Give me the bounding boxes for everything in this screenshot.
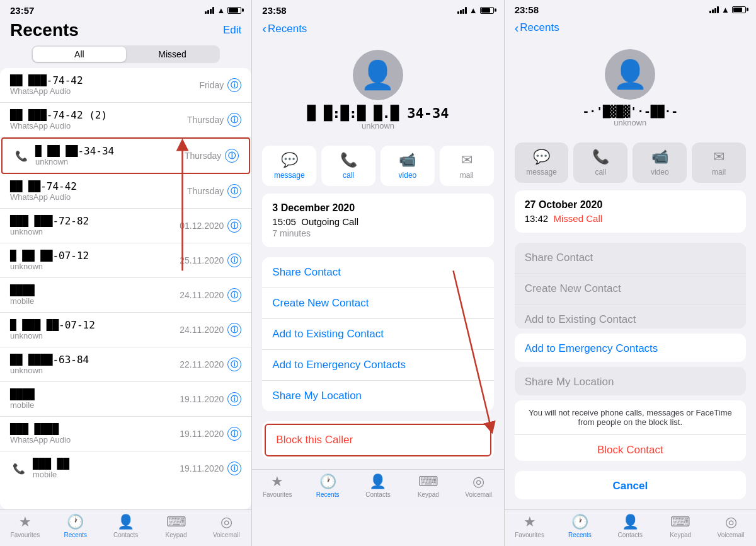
add-emergency-2[interactable]: Add to Emergency Contacts [262, 350, 493, 381]
recent-item-6[interactable]: █ ██ ██-07-12 unknown 25.11.2020 ⓘ [0, 243, 251, 278]
keypad-icon-3: ⌨ [670, 514, 690, 530]
tab-voicemail-2[interactable]: ◎ Voicemail [454, 473, 504, 498]
recent-item-11[interactable]: ███ ████ WhatsApp Audio 19.11.2020 ⓘ [0, 417, 251, 451]
message-icon-2: 💬 [281, 152, 298, 168]
info-icon-7[interactable]: ⓘ [227, 288, 241, 302]
tab-favourites-2[interactable]: ★ Favourites [252, 473, 302, 498]
add-emergency-3[interactable]: Add to Emergency Contacts [515, 334, 746, 362]
star-icon-2: ★ [271, 473, 284, 490]
avatar-person-icon-2: 👤 [360, 59, 395, 91]
recent-item-7[interactable]: ████ mobile 24.11.2020 ⓘ [0, 278, 251, 313]
tab-contacts-1[interactable]: 👤 Contacts [101, 514, 151, 538]
tab-keypad-1[interactable]: ⌨ Keypad [151, 514, 202, 538]
recent-number-10: ████ [10, 388, 180, 400]
tab-recents-2[interactable]: 🕐 Recents [302, 473, 353, 498]
battery-icon-2 [480, 7, 494, 14]
call-time-val-3: 13:42 [525, 213, 549, 224]
recent-item-9[interactable]: ██ ████-63-84 unknown 22.11.2020 ⓘ [0, 347, 251, 382]
block-contact-button-3[interactable]: Block Contact [515, 434, 746, 461]
message-label-3: message [526, 168, 557, 177]
recent-item-4[interactable]: ██ ██-74-42 WhatsApp Audio Thursday ⓘ [0, 174, 251, 209]
cancel-button-3[interactable]: Cancel [515, 471, 746, 499]
recent-date-4: Thursday [187, 186, 224, 196]
info-icon-5[interactable]: ⓘ [227, 219, 241, 233]
tab-contacts-2[interactable]: 👤 Contacts [353, 473, 403, 498]
recent-item-2[interactable]: ██ ███-74-42 (2) WhatsApp Audio Thursday… [0, 103, 251, 137]
tab-contacts-3[interactable]: 👤 Contacts [605, 514, 655, 538]
tab-favourites-3[interactable]: ★ Favourites [505, 514, 555, 538]
recent-number-2: ██ ███-74-42 (2) [10, 109, 187, 121]
recent-item-12[interactable]: 📞 ███ ██ mobile 19.11.2020 ⓘ [0, 451, 251, 485]
call-button-3[interactable]: 📞 call [573, 142, 627, 183]
info-icon-2[interactable]: ⓘ [227, 113, 241, 127]
share-location-3[interactable]: Share My Location [515, 367, 746, 395]
status-icons-2: ▲ [457, 6, 494, 15]
recent-date-6: 25.11.2020 [180, 255, 224, 265]
status-bar-2: 23:58 ▲ [252, 0, 503, 18]
tab-keypad-3[interactable]: ⌨ Keypad [655, 514, 706, 538]
video-button-2[interactable]: 📹 video [381, 146, 435, 186]
call-button-2[interactable]: 📞 call [321, 146, 375, 186]
info-icon-4[interactable]: ⓘ [227, 184, 241, 198]
nav-back-2: ‹ Recents [252, 18, 503, 40]
recent-item-1[interactable]: ██ ███-74-42 WhatsApp Audio Friday ⓘ [0, 68, 251, 103]
create-new-contact-2[interactable]: Create New Contact [262, 288, 493, 319]
person-icon-1: 👤 [117, 514, 134, 530]
recent-item-3[interactable]: 📞 █ ██ ██-34-34 unknown Thursday ⓘ [1, 137, 250, 174]
block-section-2: Block this Caller [262, 421, 493, 459]
info-icon-1[interactable]: ⓘ [227, 78, 241, 92]
tab-voicemail-1[interactable]: ◎ Voicemail [201, 514, 251, 538]
recent-label-12: mobile [33, 470, 180, 479]
add-existing-contact-2[interactable]: Add to Existing Contact [262, 319, 493, 350]
tab-label-rec-1: Recents [64, 531, 87, 538]
tab-recents-1[interactable]: 🕐 Recents [50, 514, 101, 538]
share-contact-2[interactable]: Share Contact [262, 257, 493, 288]
message-label-2: message [274, 171, 305, 180]
create-new-contact-3[interactable]: Create New Contact [515, 274, 746, 305]
status-time-3: 23:58 [515, 4, 539, 15]
recent-item-8[interactable]: █ ███ ██-07-12 unknown 24.11.2020 ⓘ [0, 313, 251, 347]
add-existing-contact-3[interactable]: Add to Existing Contact [515, 305, 746, 328]
tab-recents-3[interactable]: 🕐 Recents [555, 514, 605, 538]
nav-back-3: ‹ Recents [505, 17, 756, 39]
share-contact-3[interactable]: Share Contact [515, 243, 746, 274]
info-icon-9[interactable]: ⓘ [227, 357, 241, 371]
clock-icon-2: 🕐 [319, 473, 336, 490]
recent-label-10: mobile [10, 400, 180, 410]
back-button-2[interactable]: ‹ Recents [262, 21, 307, 36]
recent-item-10[interactable]: ████ mobile 19.11.2020 ⓘ [0, 382, 251, 417]
tab-keypad-2[interactable]: ⌨ Keypad [403, 473, 454, 498]
video-button-3[interactable]: 📹 video [633, 142, 687, 183]
segment-control: All Missed [32, 45, 220, 63]
info-icon-3[interactable]: ⓘ [225, 149, 239, 163]
seg-all[interactable]: All [33, 47, 126, 62]
mail-icon-2: ✉ [461, 152, 472, 168]
action-buttons-3: 💬 message 📞 call 📹 video ✉ mail [505, 135, 756, 190]
panel-block-confirm: 23:58 ▲ ‹ Recents 👤 -·'█▓█▓'·-██·- unkno… [504, 0, 756, 546]
recents-title: Recents [10, 20, 79, 40]
status-time-1: 23:57 [10, 5, 34, 16]
info-icon-11[interactable]: ⓘ [227, 427, 241, 441]
call-date-3: 27 October 2020 [525, 199, 736, 211]
mail-button-3[interactable]: ✉ mail [692, 142, 746, 183]
recent-label-1: WhatsApp Audio [10, 86, 199, 96]
recent-item-5[interactable]: ███ ███-72-82 unknown 01.12.2020 ⓘ [0, 209, 251, 243]
chevron-left-icon-3: ‹ [515, 21, 519, 35]
recent-label-6: unknown [10, 262, 180, 271]
tab-voicemail-3[interactable]: ◎ Voicemail [706, 514, 756, 538]
edit-button[interactable]: Edit [223, 24, 241, 37]
star-icon-3: ★ [524, 514, 536, 530]
info-icon-10[interactable]: ⓘ [227, 392, 241, 406]
recent-number-4: ██ ██-74-42 [10, 180, 187, 192]
seg-missed[interactable]: Missed [126, 47, 219, 62]
share-location-2[interactable]: Share My Location [262, 381, 493, 411]
message-button-2[interactable]: 💬 message [262, 146, 316, 186]
info-icon-6[interactable]: ⓘ [227, 253, 241, 267]
info-icon-8[interactable]: ⓘ [227, 323, 241, 337]
info-icon-12[interactable]: ⓘ [227, 462, 241, 475]
back-button-3[interactable]: ‹ Recents [515, 21, 559, 35]
message-button-3[interactable]: 💬 message [515, 142, 569, 183]
mail-button-2[interactable]: ✉ mail [440, 146, 494, 186]
block-caller-button-2[interactable]: Block this Caller [265, 424, 491, 456]
tab-favourites-1[interactable]: ★ Favourites [0, 514, 50, 538]
